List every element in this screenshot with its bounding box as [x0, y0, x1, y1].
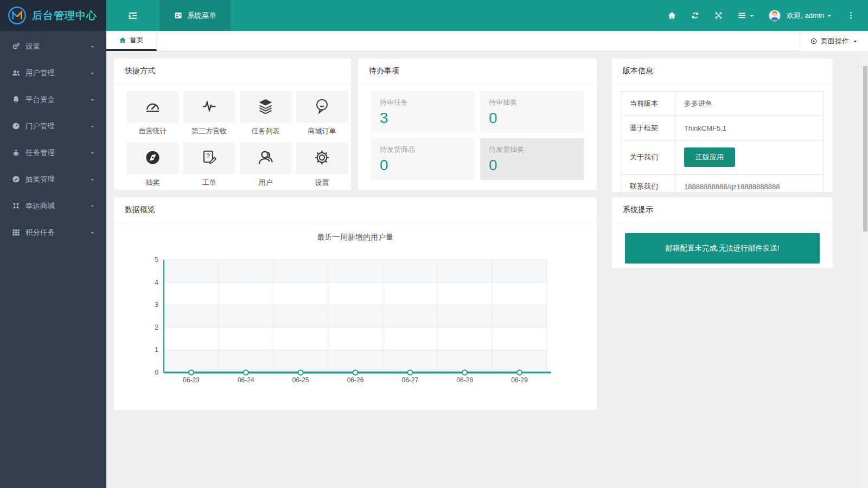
- todo-stat-pending-ship-goods[interactable]: 待发货商品0: [371, 138, 475, 180]
- svg-text:06-23: 06-23: [183, 376, 200, 384]
- sidebar-item-points[interactable]: 积分任务: [0, 219, 106, 246]
- sidebar-item-label: 平台资金: [25, 95, 55, 105]
- chevron-down-icon: [90, 97, 95, 102]
- shortcut-self-stats[interactable]: 自营统计: [127, 91, 178, 136]
- user-menu[interactable]: 欢迎, admin: [762, 0, 839, 31]
- todo-stat-value: 0: [380, 157, 466, 174]
- sidebar-item-tasks[interactable]: 任务管理: [0, 139, 106, 166]
- svg-text:06-29: 06-29: [511, 376, 528, 384]
- overview-chart: 01234506-2306-2406-2506-2606-2706-2806-2…: [114, 242, 597, 407]
- compass-icon: [144, 149, 162, 168]
- version-row-label: 基于框架: [621, 116, 675, 140]
- shortcut-lottery[interactable]: 抽奖: [127, 143, 178, 188]
- shortcut-third-party-revenue[interactable]: 第三方营收: [183, 91, 235, 136]
- todo-stat-pending-review-lottery[interactable]: 待审抽奖0: [480, 91, 584, 133]
- comment-icon: [313, 97, 331, 117]
- shortcuts-grid: 自营统计第三方营收任务列表商城订单抽奖?工单用户设置: [114, 84, 351, 188]
- tasks-icon: [11, 148, 21, 157]
- portal-icon: [11, 121, 21, 131]
- sidebar-item-funds[interactable]: 平台资金: [0, 86, 106, 113]
- todo-stat-value: 0: [489, 110, 575, 127]
- svg-text:5: 5: [155, 256, 158, 264]
- sidebar-item-users[interactable]: 用户管理: [0, 60, 106, 86]
- fullscreen-button[interactable]: [707, 0, 730, 31]
- version-row-value: 多多进鱼: [675, 92, 824, 116]
- avatar: [769, 10, 781, 22]
- list-menu-icon: [737, 11, 746, 20]
- svg-text:0: 0: [155, 369, 158, 376]
- version-row-label: 关于我们: [621, 140, 675, 175]
- svg-text:1: 1: [155, 346, 158, 354]
- cogs-icon: [11, 42, 21, 51]
- shortcut-label: 抽奖: [127, 178, 178, 188]
- sidebar-item-label: 设置: [25, 42, 40, 52]
- licensed-app-button[interactable]: 正版应用: [684, 147, 735, 167]
- shortcut-tile: [296, 91, 348, 123]
- welcome-text: 欢迎, admin: [787, 11, 824, 21]
- shortcut-settings[interactable]: 设置: [296, 143, 348, 188]
- todo-stat-pending-review-tasks[interactable]: 待审任务3: [371, 91, 475, 133]
- shortcut-label: 用户: [240, 178, 291, 188]
- sidebar-item-lottery[interactable]: 抽奖管理: [0, 166, 106, 192]
- todo-stat-pending-ship-lottery[interactable]: 待发货抽奖0: [480, 138, 584, 180]
- shortcut-users[interactable]: 用户: [240, 143, 291, 188]
- svg-text:?: ?: [206, 152, 210, 160]
- todo-stat-label: 待审抽奖: [489, 98, 575, 107]
- shortcut-mall-orders[interactable]: 商城订单: [296, 91, 348, 136]
- version-row-value: 18888888888/qz18888888888: [675, 175, 824, 199]
- version-card: 版本信息 当前版本多多进鱼基于框架ThinkCMF5.1关于我们正版应用联系我们…: [612, 59, 833, 192]
- chevron-down-icon: [90, 150, 95, 156]
- page-actions-button[interactable]: 页面操作: [800, 31, 868, 51]
- tips-card: 系统提示 邮箱配置未完成,无法进行邮件发送!: [612, 197, 833, 268]
- users-icon: [11, 68, 21, 78]
- version-row-label: 联系我们: [621, 175, 675, 199]
- svg-text:06-25: 06-25: [292, 376, 309, 384]
- chevron-down-icon: [749, 12, 755, 18]
- chevron-down-icon: [852, 38, 858, 44]
- chevron-down-icon: [90, 203, 95, 209]
- chart-title: 最近一周新增的用户量: [114, 233, 597, 242]
- tab-home-label: 首页: [130, 35, 144, 45]
- overview-card-title: 数据概览: [114, 197, 597, 222]
- tabbar: 首页 页面操作: [106, 31, 868, 51]
- expand-icon: [714, 11, 723, 20]
- funds-icon: [11, 95, 21, 104]
- overview-card: 数据概览 最近一周新增的用户量 01234506-2306-2406-2506-…: [114, 197, 597, 410]
- tips-card-title: 系统提示: [612, 197, 833, 222]
- logo-area[interactable]: 后台管理中心: [0, 0, 106, 31]
- todo-stat-value: 0: [489, 157, 575, 174]
- sidebar-item-portal[interactable]: 门户管理: [0, 113, 106, 139]
- shortcut-tile: ?: [183, 143, 235, 174]
- sidebar: 设置用户管理平台资金门户管理任务管理抽奖管理幸运商城积分任务: [0, 31, 106, 488]
- version-row-label: 当前版本: [621, 92, 675, 116]
- chevron-down-icon: [826, 12, 832, 18]
- shortcut-work-order[interactable]: ?工单: [183, 143, 235, 188]
- more-options-button[interactable]: [839, 0, 863, 31]
- workorder-icon: ?: [200, 149, 218, 168]
- home-icon: [119, 36, 126, 44]
- refresh-button[interactable]: [684, 0, 707, 31]
- sidebar-item-lucky-mall[interactable]: 幸运商城: [0, 192, 106, 219]
- line-chart-svg: 01234506-2306-2406-2506-2606-2706-2806-2…: [114, 242, 597, 405]
- shortcut-task-list[interactable]: 任务列表: [240, 91, 291, 136]
- svg-text:06-24: 06-24: [238, 376, 254, 384]
- tab-home[interactable]: 首页: [106, 31, 157, 51]
- home-button[interactable]: [660, 0, 684, 31]
- sidebar-item-settings[interactable]: 设置: [0, 33, 106, 60]
- mall-icon: [11, 201, 21, 210]
- shortcut-tile: [240, 91, 291, 123]
- todo-stat-label: 待发货抽奖: [489, 145, 575, 155]
- outdent-icon: [127, 10, 139, 22]
- vertical-scrollbar[interactable]: [863, 52, 868, 488]
- list-menu-button[interactable]: [730, 0, 762, 31]
- system-menu-tab[interactable]: 系统菜单: [159, 0, 231, 31]
- todo-card: 待办事项 待审任务3待审抽奖0待发货商品0待发货抽奖0: [358, 59, 597, 190]
- email-config-warning-banner[interactable]: 邮箱配置未完成,无法进行邮件发送!: [625, 233, 820, 264]
- version-row-current-version: 当前版本多多进鱼: [621, 92, 824, 116]
- scrollbar-thumb[interactable]: [863, 66, 867, 232]
- shortcuts-card: 快捷方式 自营统计第三方营收任务列表商城订单抽奖?工单用户设置: [114, 59, 351, 190]
- todo-stat-value: 3: [380, 110, 466, 127]
- chevron-down-icon: [90, 70, 95, 76]
- user-icon: [257, 149, 275, 168]
- sidebar-collapse-button[interactable]: [106, 0, 159, 31]
